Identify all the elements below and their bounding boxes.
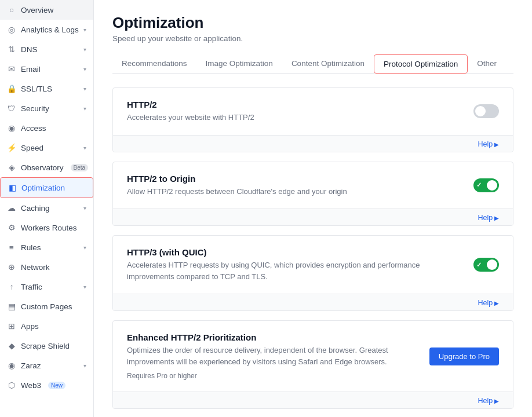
sidebar-item-dns[interactable]: ⇅DNS▾ — [0, 39, 93, 59]
sidebar-label-scrape-shield: Scrape Shield — [21, 342, 70, 350]
network-icon: ⊕ — [7, 262, 16, 272]
chevron-icon-analytics-logs: ▾ — [83, 27, 86, 33]
sidebar-label-custom-pages: Custom Pages — [21, 302, 72, 311]
card-title-enhanced-http2-prioritization: Enhanced HTTP/2 Prioritization — [127, 332, 420, 342]
page-subtitle: Speed up your website or application. — [112, 34, 513, 43]
sidebar-item-analytics-logs[interactable]: ◎Analytics & Logs▾ — [0, 20, 93, 39]
toggle-http2[interactable] — [473, 104, 499, 118]
sidebar-item-web3[interactable]: ⬡Web3New — [0, 375, 93, 395]
card-title-http3-quic: HTTP/3 (with QUIC) — [127, 247, 464, 257]
ssl-tls-icon: 🔒 — [7, 84, 16, 93]
sidebar-label-rules: Rules — [21, 243, 41, 252]
sidebar-item-security[interactable]: 🛡Security▾ — [0, 98, 93, 118]
observatory-icon: ◈ — [7, 163, 16, 172]
sidebar-item-optimization[interactable]: ◧Optimization — [0, 177, 93, 198]
sidebar-item-overview[interactable]: ○Overview — [0, 0, 93, 20]
sidebar: ○Overview◎Analytics & Logs▾⇅DNS▾✉Email▾🔒… — [0, 0, 94, 417]
help-link-http2-to-origin[interactable]: Help — [478, 214, 500, 222]
card-body-http2-to-origin: HTTP/2 to OriginAllow HTTP/2 requests be… — [113, 162, 513, 209]
sidebar-label-observatory: Observatory — [21, 163, 64, 172]
chevron-icon-security: ▾ — [83, 105, 86, 112]
sidebar-item-ssl-tls[interactable]: 🔒SSL/TLS▾ — [0, 79, 93, 98]
tabs-bar: RecommendationsImage OptimizationContent… — [112, 54, 513, 74]
sidebar-label-email: Email — [21, 65, 41, 74]
tab-content-optimization[interactable]: Content Optimization — [282, 54, 374, 74]
tab-protocol-optimization[interactable]: Protocol Optimization — [374, 54, 468, 74]
workers-routes-icon: ⚙ — [7, 223, 16, 232]
web3-icon: ⬡ — [7, 381, 16, 390]
sidebar-item-apps[interactable]: ⊞Apps — [0, 316, 93, 336]
custom-pages-icon: ▤ — [7, 302, 16, 311]
card-body-http3-quic: HTTP/3 (with QUIC)Accelerates HTTP reque… — [113, 236, 513, 294]
card-http2: HTTP/2Accelerates your website with HTTP… — [112, 87, 513, 152]
access-icon: ◉ — [7, 123, 16, 133]
chevron-icon-dns: ▾ — [83, 46, 86, 53]
sidebar-item-rules[interactable]: ≡Rules▾ — [0, 237, 93, 257]
scrape-shield-icon: ◆ — [7, 341, 16, 350]
sidebar-label-zaraz: Zaraz — [21, 361, 41, 370]
card-control-http2[interactable] — [473, 104, 499, 118]
card-desc-http2-to-origin: Allow HTTP/2 requests between Cloudflare… — [127, 186, 464, 197]
card-desc-enhanced-http2-prioritization: Optimizes the order of resource delivery… — [127, 345, 420, 367]
sidebar-item-zaraz[interactable]: ◉Zaraz▾ — [0, 356, 93, 375]
help-link-http3-quic[interactable]: Help — [478, 299, 500, 307]
card-body-http2: HTTP/2Accelerates your website with HTTP… — [113, 88, 513, 135]
toggle-check-http2-to-origin: ✓ — [476, 181, 482, 189]
tab-other[interactable]: Other — [468, 54, 506, 74]
sidebar-label-security: Security — [21, 104, 49, 113]
card-title-http2-to-origin: HTTP/2 to Origin — [127, 174, 464, 184]
card-text-http3-quic: HTTP/3 (with QUIC)Accelerates HTTP reque… — [127, 247, 464, 282]
card-title-http2: HTTP/2 — [127, 100, 464, 109]
tab-recommendations[interactable]: Recommendations — [112, 54, 196, 74]
upgrade-button-enhanced-http2-prioritization[interactable]: Upgrade to Pro — [429, 348, 499, 365]
card-desc-http3-quic: Accelerates HTTP requests by using QUIC,… — [127, 259, 464, 282]
dns-icon: ⇅ — [7, 45, 16, 54]
tab-image-optimization[interactable]: Image Optimization — [196, 54, 282, 74]
toggle-knob-http3-quic — [487, 259, 497, 270]
apps-icon: ⊞ — [7, 321, 16, 331]
toggle-http3-quic[interactable]: ✓ — [473, 258, 499, 272]
card-control-http2-to-origin[interactable]: ✓ — [473, 178, 499, 192]
sidebar-item-access[interactable]: ◉Access — [0, 118, 93, 138]
sidebar-item-caching[interactable]: ☁Caching▾ — [0, 198, 93, 218]
sidebar-item-observatory[interactable]: ◈ObservatoryBeta — [0, 158, 93, 177]
sidebar-label-web3: Web3 — [21, 381, 41, 390]
sidebar-label-access: Access — [21, 124, 46, 133]
optimization-icon: ◧ — [8, 183, 17, 192]
chevron-icon-email: ▾ — [83, 66, 86, 72]
sidebar-label-caching: Caching — [21, 204, 50, 213]
toggle-knob-http2-to-origin — [487, 180, 497, 191]
sidebar-label-optimization: Optimization — [21, 184, 65, 192]
sidebar-item-speed[interactable]: ⚡Speed▾ — [0, 138, 93, 158]
page-title: Optimization — [112, 14, 513, 32]
sidebar-label-overview: Overview — [21, 6, 53, 14]
sidebar-label-speed: Speed — [21, 144, 43, 152]
toggle-knob-http2 — [475, 106, 486, 116]
card-footer-enhanced-http2-prioritization: Help — [113, 392, 513, 408]
toggle-check-http3-quic: ✓ — [476, 261, 482, 269]
analytics-logs-icon: ◎ — [7, 25, 16, 34]
card-http2-to-origin: HTTP/2 to OriginAllow HTTP/2 requests be… — [112, 162, 513, 226]
help-link-http2[interactable]: Help — [478, 140, 500, 148]
rules-icon: ≡ — [7, 243, 16, 252]
card-control-http3-quic[interactable]: ✓ — [473, 258, 499, 272]
sidebar-item-workers-routes[interactable]: ⚙Workers Routes — [0, 218, 93, 237]
card-control-enhanced-http2-prioritization[interactable]: Upgrade to Pro — [429, 348, 499, 365]
sidebar-item-email[interactable]: ✉Email▾ — [0, 59, 93, 79]
sidebar-item-scrape-shield[interactable]: ◆Scrape Shield — [0, 336, 93, 356]
help-link-enhanced-http2-prioritization[interactable]: Help — [478, 397, 500, 405]
sidebar-item-custom-pages[interactable]: ▤Custom Pages — [0, 297, 93, 316]
card-footer-http2: Help — [113, 135, 513, 152]
sidebar-item-network[interactable]: ⊕Network — [0, 257, 93, 277]
sidebar-item-traffic[interactable]: ↑Traffic▾ — [0, 277, 93, 297]
card-text-http2-to-origin: HTTP/2 to OriginAllow HTTP/2 requests be… — [127, 174, 464, 197]
toggle-http2-to-origin[interactable]: ✓ — [473, 178, 499, 192]
traffic-icon: ↑ — [7, 282, 16, 291]
security-icon: 🛡 — [7, 104, 16, 113]
chevron-icon-zaraz: ▾ — [83, 363, 86, 369]
sidebar-label-workers-routes: Workers Routes — [21, 224, 77, 232]
sidebar-label-network: Network — [21, 263, 50, 272]
zaraz-icon: ◉ — [7, 361, 16, 370]
card-footer-http3-quic: Help — [113, 294, 513, 310]
chevron-icon-speed: ▾ — [83, 145, 86, 151]
